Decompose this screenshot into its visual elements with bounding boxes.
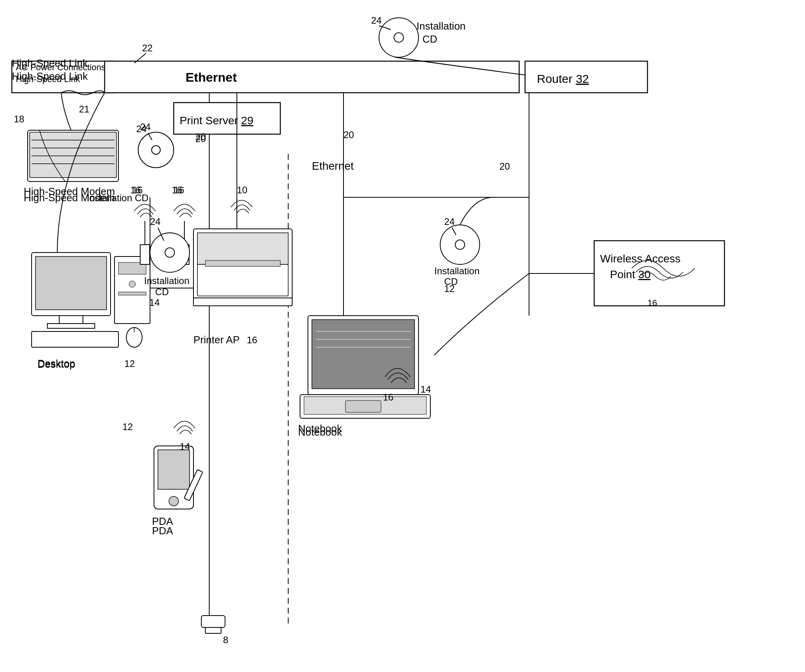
svg-text:21: 21 <box>79 104 90 114</box>
svg-text:CD: CD <box>422 33 437 45</box>
svg-text:8: 8 <box>223 635 228 645</box>
svg-text:14: 14 <box>149 297 160 308</box>
diagram-container: text { font-family: Arial, sans-serif; }… <box>0 0 805 672</box>
svg-text:20: 20 <box>195 131 206 142</box>
svg-text:18: 18 <box>14 114 24 124</box>
svg-text:16: 16 <box>383 392 394 402</box>
svg-text:16: 16 <box>647 298 657 308</box>
svg-text:12: 12 <box>444 283 455 294</box>
svg-text:10: 10 <box>237 185 248 195</box>
svg-point-82 <box>165 248 175 257</box>
svg-rect-76 <box>205 260 280 266</box>
svg-text:20: 20 <box>343 129 354 140</box>
svg-rect-18 <box>30 132 116 178</box>
svg-text:12: 12 <box>122 421 133 432</box>
ac-power-label: High-Speed Link <box>12 57 88 69</box>
svg-rect-61 <box>32 331 118 347</box>
svg-text:24: 24 <box>136 124 147 134</box>
svg-text:Point 30: Point 30 <box>610 268 651 281</box>
svg-rect-54 <box>36 256 107 310</box>
svg-text:Wireless Access: Wireless Access <box>600 253 681 265</box>
svg-text:16: 16 <box>130 185 141 195</box>
svg-text:Installation: Installation <box>417 20 465 32</box>
svg-point-90 <box>169 496 178 506</box>
svg-text:12: 12 <box>124 358 135 369</box>
svg-text:14: 14 <box>420 384 431 395</box>
svg-text:Ethernet: Ethernet <box>312 160 354 172</box>
pda-label: PDA <box>152 525 173 537</box>
svg-text:Print Server 29: Print Server 29 <box>180 114 253 127</box>
svg-text:Printer AP: Printer AP <box>193 334 240 346</box>
desktop-label: Desktop <box>38 358 75 371</box>
svg-rect-99 <box>312 320 415 389</box>
svg-rect-68 <box>140 245 150 264</box>
svg-point-25 <box>152 146 160 154</box>
svg-rect-77 <box>193 298 292 306</box>
svg-point-10 <box>394 33 403 42</box>
svg-point-47 <box>455 240 465 249</box>
svg-rect-55 <box>59 316 83 324</box>
svg-text:16: 16 <box>172 185 182 195</box>
high-speed-link-label: High-Speed Link <box>12 70 88 82</box>
svg-text:Installation: Installation <box>144 275 190 286</box>
svg-text:Ethernet: Ethernet <box>186 70 237 84</box>
svg-text:22: 22 <box>142 43 153 53</box>
svg-point-59 <box>129 281 135 287</box>
svg-rect-105 <box>345 401 381 412</box>
svg-rect-89 <box>158 450 190 489</box>
svg-rect-56 <box>47 324 95 328</box>
svg-text:20: 20 <box>499 161 510 172</box>
svg-rect-60 <box>118 292 146 295</box>
network-diagram-svg: text { font-family: Arial, sans-serif; }… <box>0 0 805 672</box>
svg-text:14: 14 <box>180 441 190 452</box>
svg-text:Router 32: Router 32 <box>537 72 589 85</box>
svg-rect-74 <box>197 233 288 264</box>
svg-text:24: 24 <box>371 15 382 26</box>
high-speed-modem-label: High-Speed Modem <box>24 185 115 198</box>
svg-rect-97 <box>205 627 221 633</box>
svg-text:Installation: Installation <box>434 266 480 276</box>
svg-text:16: 16 <box>247 335 257 345</box>
svg-rect-75 <box>197 264 288 296</box>
notebook-label: Notebook <box>298 426 342 438</box>
svg-text:24: 24 <box>444 216 455 227</box>
svg-rect-96 <box>201 616 225 627</box>
svg-text:24: 24 <box>150 216 161 227</box>
